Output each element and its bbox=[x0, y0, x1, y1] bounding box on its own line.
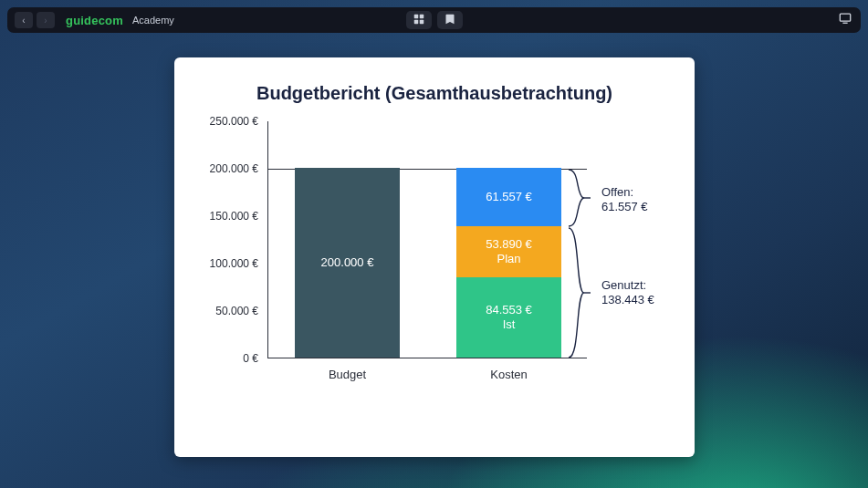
bar-kosten-offen: 61.557 € bbox=[456, 168, 561, 226]
bar-kosten-offen-value: 61.557 € bbox=[486, 190, 532, 204]
chart-title: Budgetbericht (Gesamthausbetrachtung) bbox=[202, 83, 667, 104]
svg-rect-3 bbox=[419, 20, 424, 25]
chart-area: 0 € 50.000 € 100.000 € 150.000 € 200.000… bbox=[202, 117, 667, 434]
nav-forward-button[interactable]: › bbox=[37, 12, 55, 28]
device-button[interactable] bbox=[837, 12, 853, 28]
bar-kosten-ist-name: Ist bbox=[503, 317, 516, 332]
svg-rect-4 bbox=[840, 14, 850, 21]
bar-budget-label: 200.000 € bbox=[295, 168, 400, 358]
chevron-left-icon: ‹ bbox=[22, 16, 25, 26]
bar-kosten-plan-name: Plan bbox=[497, 252, 520, 266]
ytick-5: 250.000 € bbox=[202, 115, 266, 128]
bar-kosten-plan: 53.890 € Plan bbox=[456, 226, 561, 277]
bar-kosten-ist-value: 84.553 € bbox=[486, 303, 532, 317]
ytick-2: 100.000 € bbox=[202, 257, 266, 270]
annotation-genutzt-text: Genutzt: 138.443 € bbox=[601, 278, 654, 308]
bar-kosten-plan-value: 53.890 € bbox=[486, 237, 532, 252]
svg-rect-0 bbox=[413, 15, 418, 19]
topbar-center-controls bbox=[406, 11, 463, 29]
ytick-4: 200.000 € bbox=[202, 162, 266, 175]
xlabel-budget: Budget bbox=[295, 368, 400, 381]
bookmark-icon bbox=[444, 12, 455, 28]
bar-budget: 200.000 € bbox=[295, 168, 400, 358]
report-card: Budgetbericht (Gesamthausbetrachtung) 0 … bbox=[174, 57, 695, 457]
nav-back-button[interactable]: ‹ bbox=[15, 12, 33, 28]
topbar: ‹ › guidecom Academy bbox=[7, 7, 861, 33]
brand-logo: guidecom bbox=[66, 14, 123, 27]
chevron-right-icon: › bbox=[44, 16, 47, 26]
xlabel-kosten: Kosten bbox=[456, 368, 561, 381]
plot-area: 200.000 € 61.557 € 53.890 € Plan 84.553 … bbox=[267, 121, 587, 358]
grid-icon bbox=[413, 12, 424, 28]
bar-kosten: 61.557 € 53.890 € Plan 84.553 € Ist bbox=[456, 168, 561, 358]
bookmark-button[interactable] bbox=[437, 11, 463, 29]
brand-sub-label: Academy bbox=[132, 15, 174, 26]
ytick-0: 0 € bbox=[202, 352, 266, 365]
dashboard-button[interactable] bbox=[406, 11, 432, 29]
brace-icon bbox=[567, 227, 594, 358]
monitor-icon bbox=[839, 12, 852, 28]
ytick-3: 150.000 € bbox=[202, 210, 266, 223]
brace-icon bbox=[567, 169, 594, 227]
svg-rect-1 bbox=[419, 15, 424, 19]
ytick-1: 50.000 € bbox=[202, 305, 266, 317]
annotation-offen-text: Offen: 61.557 € bbox=[601, 185, 648, 215]
bar-kosten-ist: 84.553 € Ist bbox=[456, 277, 561, 358]
svg-rect-2 bbox=[413, 20, 418, 25]
